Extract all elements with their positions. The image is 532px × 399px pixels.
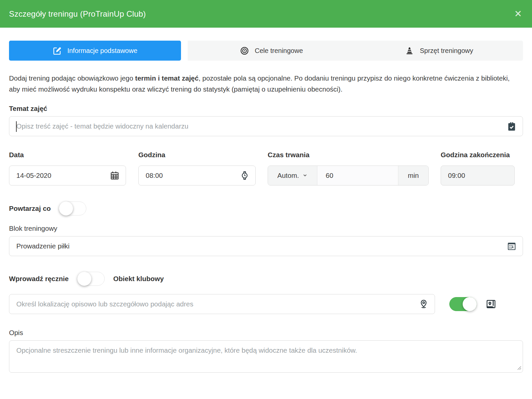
time-label: Godzina <box>138 151 256 159</box>
manual-row: Wprowadź ręcznie Obiekt klubowy <box>9 271 523 286</box>
duration-input[interactable] <box>317 172 398 180</box>
time-input[interactable] <box>146 166 236 185</box>
tab-sprzet-treningowy[interactable]: Sprzęt treningowy <box>355 41 523 61</box>
calendar-grid-icon[interactable] <box>507 241 517 251</box>
topic-label: Temat zajęć <box>9 105 523 113</box>
chevron-down-icon <box>302 172 308 180</box>
repeat-label: Powtarzaj co <box>9 204 51 212</box>
duration-group: Autom. min <box>268 166 429 186</box>
club-label: Obiekt klubowy <box>113 275 164 283</box>
topic-input[interactable] <box>16 117 503 136</box>
tab-informacje-podstawowe[interactable]: Informacje podstawowe <box>9 41 181 61</box>
duration-unit: min <box>398 166 428 185</box>
location-row <box>9 294 523 314</box>
toggle-knob <box>59 201 73 215</box>
manual-label: Wprowadź ręcznie <box>9 275 69 283</box>
toggle-knob <box>463 297 477 311</box>
date-field <box>9 166 126 186</box>
block-input[interactable] <box>16 236 503 256</box>
intro-paragraph: Dodaj trening podając obowiązkowo jego t… <box>9 73 519 95</box>
description-label: Opis <box>9 329 523 337</box>
cone-icon <box>405 46 414 55</box>
time-field <box>138 166 256 186</box>
calendar-icon[interactable] <box>110 171 120 181</box>
tab-bar: Informacje podstawowe Cele treningowe <box>9 41 523 61</box>
block-label: Blok treningowy <box>9 224 523 232</box>
resize-handle-icon[interactable] <box>517 365 521 371</box>
duration-value-cell <box>317 166 398 185</box>
page-title: Szczegóły treningu (ProTrainUp Club) <box>9 9 146 19</box>
duration-mode-select[interactable]: Autom. <box>268 166 317 185</box>
duration-label: Czas trwania <box>268 151 429 159</box>
end-time-field <box>441 166 515 186</box>
map-pin-icon[interactable] <box>419 299 429 309</box>
schedule-row: Data Godzina <box>9 151 523 186</box>
date-label: Data <box>9 151 126 159</box>
duration-mode-value: Autom. <box>277 172 299 180</box>
repeat-toggle[interactable] <box>59 201 86 215</box>
toggle-knob <box>77 272 91 286</box>
target-icon <box>240 46 249 55</box>
tab-cele-treningowe[interactable]: Cele treningowe <box>188 41 355 61</box>
text-caret <box>16 121 17 132</box>
end-time-label: Godzina zakończenia <box>441 151 515 159</box>
location-input[interactable] <box>16 294 415 314</box>
description-wrap <box>9 340 523 374</box>
map-toggle[interactable] <box>449 297 477 311</box>
close-icon[interactable]: ✕ <box>514 9 522 19</box>
tab-label: Cele treningowe <box>255 47 303 55</box>
clipboard-check-icon[interactable] <box>507 121 517 131</box>
repeat-row: Powtarzaj co <box>9 201 523 216</box>
end-time-input[interactable] <box>448 166 532 185</box>
topic-field <box>9 116 523 136</box>
map-book-icon[interactable] <box>485 298 497 310</box>
block-field <box>9 236 523 256</box>
tab-label: Informacje podstawowe <box>67 47 137 55</box>
tab-label: Sprzęt treningowy <box>420 47 473 55</box>
location-field <box>9 294 435 314</box>
watch-icon[interactable] <box>240 171 249 180</box>
edit-icon <box>53 46 62 55</box>
modal-header: Szczegóły treningu (ProTrainUp Club) ✕ <box>0 0 532 28</box>
date-input[interactable] <box>16 166 106 185</box>
description-textarea[interactable] <box>9 340 523 373</box>
manual-toggle[interactable] <box>77 272 105 286</box>
